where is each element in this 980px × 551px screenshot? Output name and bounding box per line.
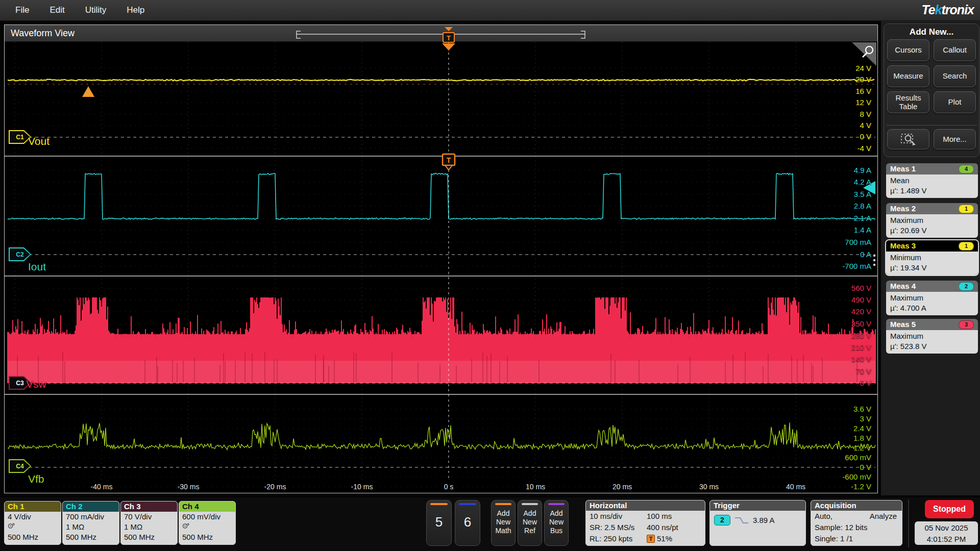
logo-accent: k	[935, 3, 942, 17]
measurement-source-badge: 1	[959, 205, 974, 213]
acquisition-panel[interactable]: Acquisition Auto, Analyze Sample: 12 bit…	[811, 500, 902, 546]
channel-badge-ch1[interactable]: Ch 14 V/div500 MHz	[4, 501, 61, 545]
button-label-line: Math	[492, 527, 515, 535]
axis-label: -1.2 V	[815, 482, 871, 491]
axis-label: 12 V	[815, 98, 871, 107]
channel-marker-c3[interactable]: C3	[9, 376, 31, 390]
menu-item-utility[interactable]: Utility	[85, 5, 107, 15]
channel-bandwidth: 500 MHz	[63, 532, 119, 542]
add-new-results-table-button[interactable]: Results Table	[887, 91, 929, 113]
measurement-title-bar: Meas 53	[886, 319, 978, 330]
acq-analyze: Analyze	[870, 511, 897, 522]
time-axis-label: -40 ms	[79, 483, 125, 491]
measurement-card[interactable]: Meas 21Maximumµ': 20.69 V	[886, 203, 978, 238]
menu-bar: FileEditUtilityHelp Tektronix	[0, 0, 980, 21]
add-new-ref-button[interactable]: AddNewRef	[518, 500, 542, 546]
falling-edge-icon	[734, 516, 749, 524]
logo-suffix: tronix	[942, 3, 974, 17]
axis-label: 420 V	[815, 307, 871, 316]
time-axis-label: 20 ms	[599, 483, 645, 491]
add-new-measure-button[interactable]: Measure	[887, 65, 929, 87]
measurement-title: Meas 2	[890, 204, 916, 213]
time-text: 4:01:52 PM	[915, 534, 978, 545]
axis-label: 3 V	[815, 414, 871, 423]
time-axis-label: 30 ms	[686, 483, 732, 491]
waveform-plot[interactable]: T T	[5, 25, 877, 493]
add-new-cursors-button[interactable]: Cursors	[887, 39, 929, 61]
channel-6-button[interactable]: 6	[455, 500, 480, 546]
button-label-line: Add	[492, 509, 515, 518]
trigger-t-label: T	[447, 156, 451, 164]
add-new-search-button[interactable]: Search	[934, 65, 976, 87]
panel-resize-handle[interactable]	[873, 255, 875, 266]
axis-label: 1.8 V	[815, 434, 871, 443]
channel-color-strip	[459, 503, 476, 505]
horizontal-cell: T51%	[647, 533, 705, 544]
channel-badge-ch4[interactable]: Ch 4600 mV/div500 MHz	[179, 501, 236, 545]
measurement-body: Maximumµ': 4.700 A	[886, 292, 978, 315]
channel-badge-header: Ch 1	[5, 502, 61, 512]
axis-label: 1.2 V	[815, 443, 871, 453]
channel-5-button[interactable]: 5	[426, 500, 452, 546]
channel-marker-c1[interactable]: C1	[9, 130, 31, 144]
channel-badge-ch2[interactable]: Ch 2700 mA/div1 MΩ500 MHz	[62, 501, 119, 545]
measurement-card[interactable]: Meas 42Maximumµ': 4.700 A	[886, 281, 978, 315]
axis-label: -4 V	[815, 144, 871, 153]
add-new-callout-button[interactable]: Callout	[934, 39, 976, 61]
menu-item-help[interactable]: Help	[127, 5, 144, 15]
draw-a-box-zoom-icon[interactable]	[852, 42, 876, 66]
bottom-bar: Ch 14 V/div500 MHzCh 2700 mA/div1 MΩ500 …	[0, 497, 980, 551]
measurement-card[interactable]: Meas 53Maximumµ': 523.8 V	[886, 319, 978, 354]
measurement-value: µ': 19.34 V	[890, 263, 978, 273]
horizontal-row: 10 ms/div100 ms	[586, 511, 705, 522]
probe-icon	[182, 522, 190, 530]
acq-sample: Sample: 12 bits	[811, 522, 867, 533]
logo-prefix: Te	[921, 3, 935, 17]
channel-marker-c2[interactable]: C2	[9, 247, 31, 261]
channel-bandwidth: 500 MHz	[179, 532, 235, 542]
tektronix-logo: Tektronix	[921, 3, 974, 17]
axis-label: 4.2 A	[815, 178, 871, 187]
button-label-line: Bus	[545, 527, 568, 535]
time-axis-label: -10 ms	[339, 483, 385, 491]
axis-label: 0 A	[815, 250, 871, 259]
button-label: AddNewMath	[492, 509, 515, 535]
menu-item-edit[interactable]: Edit	[50, 5, 64, 15]
add-new-plot-button[interactable]: Plot	[934, 91, 976, 113]
measurement-title: Meas 5	[890, 320, 916, 329]
horizontal-panel[interactable]: Horizontal 10 ms/div100 msSR: 2.5 MS/s40…	[585, 500, 705, 546]
trigger-point-badge[interactable]: T	[443, 154, 455, 170]
probe-icon	[8, 522, 15, 530]
add-new-bus-button[interactable]: AddNewBus	[544, 500, 569, 546]
acq-mode: Auto,	[811, 511, 832, 522]
more-button[interactable]: More...	[934, 129, 976, 149]
channel-marker-label: C1	[10, 131, 30, 143]
axis-label: -700 mA	[815, 262, 871, 271]
horizontal-cell-value: 51%	[657, 533, 672, 544]
channel-badge-ch3[interactable]: Ch 370 V/div1 MΩ500 MHz	[120, 501, 178, 545]
channel-number: 5	[427, 514, 451, 530]
add-new-math-button[interactable]: AddNewMath	[491, 500, 516, 546]
axis-label: 4 V	[815, 121, 871, 130]
measurement-card[interactable]: Meas 14Meanµ': 1.489 V	[886, 163, 978, 198]
measurement-body: Minimumµ': 19.34 V	[886, 252, 978, 275]
axis-label: 490 V	[815, 295, 871, 305]
trigger-level-arrow[interactable]	[863, 181, 875, 194]
measurement-stat: Maximum	[890, 293, 978, 303]
trigger-panel[interactable]: Trigger 2 3.89 A	[709, 500, 806, 546]
waveform-view-title: Waveform View	[11, 28, 75, 39]
measurement-stat: Maximum	[890, 215, 978, 226]
channel-scale: 700 mA/div	[63, 512, 119, 522]
channel-marker-c4[interactable]: C4	[9, 459, 31, 473]
menu-item-file[interactable]: File	[15, 5, 29, 15]
axis-label: 3.5 A	[815, 190, 871, 199]
expansion-point-marker[interactable]	[82, 86, 94, 97]
zoom-select-button[interactable]	[887, 129, 929, 149]
channel-name-iout: Iout	[28, 261, 46, 273]
stopped-button[interactable]: Stopped	[925, 500, 974, 518]
button-label: AddNewRef	[518, 509, 542, 535]
horizontal-cell: 400 ns/pt	[647, 522, 705, 533]
channel-marker-label: C4	[10, 460, 30, 472]
time-axis-label: 40 ms	[773, 483, 819, 491]
measurement-card[interactable]: Meas 31Minimumµ': 19.34 V	[886, 240, 978, 275]
